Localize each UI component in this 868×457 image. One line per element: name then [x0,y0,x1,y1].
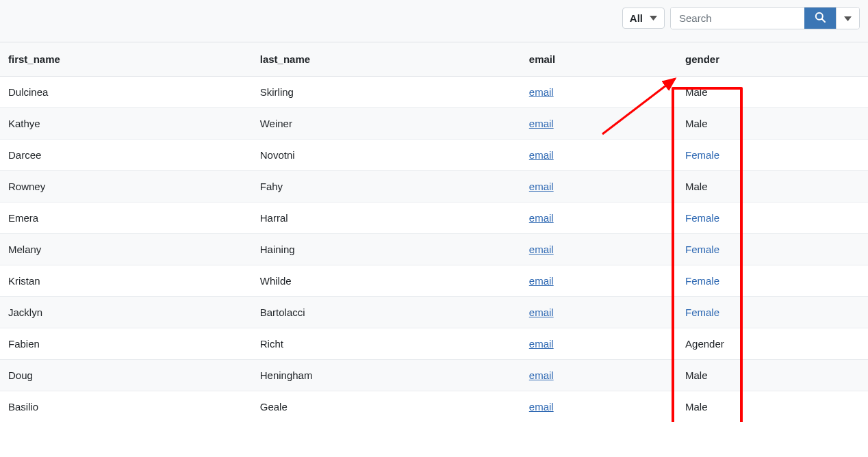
cell-email: email [521,265,677,297]
cell-email: email [521,328,677,360]
email-link[interactable]: email [529,212,554,224]
cell-last-name: Skirling [252,77,521,108]
cell-gender: Female [677,265,868,297]
cell-last-name: Richt [252,328,521,360]
cell-last-name: Weiner [252,108,521,140]
table-row: FabienRichtemailAgender [0,328,868,360]
table-header-row: first_name last_name email gender [0,42,868,77]
toolbar: All [0,0,868,42]
table-row: MelanyHainingemailFemale [0,234,868,265]
table-row: RowneyFahyemailMale [0,171,868,203]
cell-first-name: Darcee [0,140,252,171]
cell-gender: Agender [677,328,868,360]
table-row: EmeraHarralemailFemale [0,203,868,234]
search-button[interactable] [804,8,836,29]
cell-last-name: Harral [252,203,521,234]
email-link[interactable]: email [529,86,554,98]
cell-last-name: Whilde [252,265,521,297]
email-link[interactable]: email [529,306,554,318]
cell-gender: Male [677,360,868,391]
email-link[interactable]: email [529,369,554,381]
column-header-email[interactable]: email [521,42,677,77]
cell-email: email [521,140,677,171]
caret-down-icon [650,16,657,21]
cell-gender: Male [677,171,868,203]
cell-email: email [521,77,677,108]
cell-gender: Male [677,77,868,108]
cell-first-name: Doug [0,360,252,391]
cell-first-name: Emera [0,203,252,234]
cell-gender: Female [677,203,868,234]
cell-email: email [521,171,677,203]
email-link[interactable]: email [529,401,554,413]
email-link[interactable]: email [529,244,554,255]
cell-last-name: Bartolacci [252,297,521,328]
table-row: DarceeNovotniemailFemale [0,140,868,171]
cell-last-name: Geale [252,391,521,423]
cell-gender: Female [677,297,868,328]
caret-down-icon [844,13,852,23]
cell-first-name: Kathye [0,108,252,140]
svg-line-1 [822,19,826,23]
email-link[interactable]: email [529,275,554,287]
cell-last-name: Haining [252,234,521,265]
search-input[interactable] [671,8,804,29]
search-options-button[interactable] [836,8,859,29]
cell-email: email [521,203,677,234]
cell-first-name: Rowney [0,171,252,203]
cell-email: email [521,234,677,265]
cell-first-name: Jacklyn [0,297,252,328]
email-link[interactable]: email [529,181,554,192]
cell-first-name: Kristan [0,265,252,297]
cell-gender: Male [677,108,868,140]
email-link[interactable]: email [529,118,554,129]
cell-last-name: Novotni [252,140,521,171]
table-row: BasilioGealeemailMale [0,391,868,423]
email-link[interactable]: email [529,149,554,161]
table-row: DulcineaSkirlingemailMale [0,77,868,108]
cell-gender: Female [677,234,868,265]
search-group [670,7,860,29]
filter-dropdown[interactable]: All [622,8,665,29]
table-row: KristanWhildeemailFemale [0,265,868,297]
column-header-last-name[interactable]: last_name [252,42,521,77]
filter-dropdown-label: All [630,12,643,24]
cell-email: email [521,360,677,391]
search-icon [815,12,826,25]
cell-email: email [521,297,677,328]
cell-first-name: Fabien [0,328,252,360]
cell-gender: Female [677,140,868,171]
cell-last-name: Heningham [252,360,521,391]
email-link[interactable]: email [529,338,554,350]
cell-gender: Male [677,391,868,423]
cell-email: email [521,391,677,423]
cell-email: email [521,108,677,140]
table-row: JacklynBartolacciemailFemale [0,297,868,328]
cell-first-name: Dulcinea [0,77,252,108]
column-header-gender[interactable]: gender [677,42,868,77]
table-row: KathyeWeineremailMale [0,108,868,140]
column-header-first-name[interactable]: first_name [0,42,252,77]
cell-first-name: Basilio [0,391,252,423]
data-table: first_name last_name email gender Dulcin… [0,42,868,422]
cell-last-name: Fahy [252,171,521,203]
cell-first-name: Melany [0,234,252,265]
table-row: DougHeninghamemailMale [0,360,868,391]
